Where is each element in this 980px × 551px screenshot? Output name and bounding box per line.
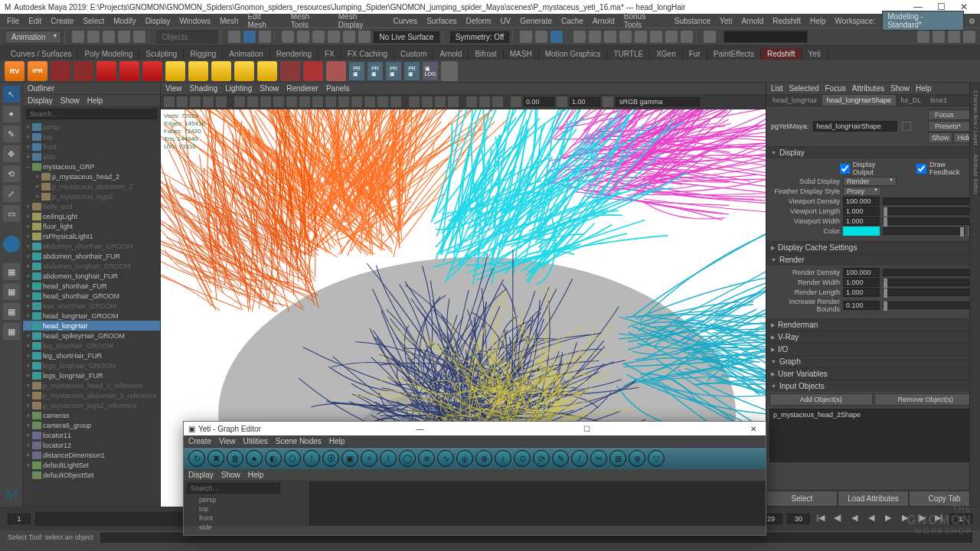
outliner-item[interactable]: +p_mystaceus_head_2 (23, 171, 160, 181)
start-frame[interactable]: 1 (8, 514, 31, 524)
ae-section-io[interactable]: I/O (766, 344, 980, 355)
playblast-icon[interactable] (665, 31, 678, 43)
og-icon[interactable] (535, 31, 547, 43)
vp-icon[interactable] (177, 96, 188, 107)
render-width-field[interactable] (843, 278, 880, 287)
vp-menu-view[interactable]: View (165, 84, 182, 93)
shelf-tab-arnold[interactable]: Arnold (433, 48, 469, 60)
shelf-tab-curves-surfaces[interactable]: Curves / Surfaces (5, 48, 78, 60)
render-length-field[interactable] (843, 288, 880, 297)
ae-section-display[interactable]: Display (766, 147, 980, 158)
outliner-item[interactable]: +legs_longHair_GROOM (23, 360, 160, 370)
menu-cache[interactable]: Cache (557, 17, 587, 25)
ge-item[interactable]: persp (184, 495, 309, 504)
ge-tool-5[interactable]: ⬡ (284, 450, 301, 467)
menu-display[interactable]: Display (142, 17, 175, 25)
ge-tool-16[interactable]: ↕ (495, 450, 511, 467)
workspace-selector[interactable]: Workspace: Modeling - Standard* ⚙ (831, 11, 977, 31)
render-globals-icon[interactable] (619, 31, 632, 43)
ae-tab[interactable]: time1 (926, 95, 952, 106)
menu-substance[interactable]: Substance (671, 17, 714, 25)
vp-menu-panels[interactable]: Panels (326, 84, 350, 93)
ge-minimize[interactable]: — (412, 425, 429, 433)
play-rev[interactable]: ◀ (865, 513, 877, 525)
snap-grid-icon[interactable] (282, 31, 294, 43)
outliner-search[interactable] (26, 109, 157, 119)
pr-box4[interactable]: PR▣ (404, 62, 420, 80)
rs-yellow1-icon[interactable] (165, 61, 185, 81)
ge-tool-15[interactable]: ⊕ (475, 450, 492, 467)
render-settings-icon[interactable] (604, 31, 616, 43)
shelf-tab-xgen[interactable]: XGen (650, 48, 683, 60)
snap-plane-icon[interactable] (328, 31, 340, 43)
ge-tool-21[interactable]: ✂ (590, 450, 607, 467)
ae-menu-show[interactable]: Show (890, 84, 910, 93)
outliner-item[interactable]: +abdomen_longhair_FUR (23, 271, 160, 281)
vp-icon[interactable] (466, 96, 477, 107)
menu-uv[interactable]: UV (496, 17, 514, 25)
outliner-item[interactable]: +p_mystaceus_head_2_reference (23, 380, 160, 390)
outliner-item[interactable]: +cameras (23, 410, 160, 420)
vp-menu-renderer[interactable]: Renderer (286, 84, 318, 93)
outliner-item[interactable]: +p_mystaceus_legs2 (23, 191, 160, 201)
paint-tool[interactable]: ✎ (3, 126, 20, 142)
rs-ies-icon[interactable] (326, 61, 346, 81)
blue-sphere-icon[interactable] (3, 236, 20, 253)
undo-icon[interactable] (118, 31, 130, 43)
ge-tool-2[interactable]: 🗑 (227, 450, 243, 467)
outliner-item[interactable]: +abdomen_shorthair_FUR (23, 251, 160, 261)
vp-icon[interactable] (299, 96, 310, 107)
outliner-item[interactable]: +eye_shortHair_GROOM (23, 301, 160, 311)
graph-editor-titlebar[interactable]: ▣ Yeti - Graph Editor — ☐ ✕ (184, 422, 766, 435)
toggle-attr-icon[interactable] (933, 31, 945, 43)
outliner-item[interactable]: +front (23, 142, 160, 152)
layout-perspective-icon[interactable]: ▦ (3, 323, 20, 340)
menu-edit[interactable]: Edit (24, 17, 45, 25)
ge-item[interactable]: side (184, 523, 309, 532)
shelf-tab-rigging[interactable]: Rigging (184, 48, 223, 60)
outliner-item[interactable]: +p_mystaceus_abdomen_2_reference (23, 390, 160, 400)
shelf-tab-fx-caching[interactable]: FX Caching (341, 48, 394, 60)
toggle-modeling-icon[interactable] (917, 31, 929, 43)
render-density-field[interactable] (843, 268, 880, 277)
shelf-tab-sculpting[interactable]: Sculpting (139, 48, 184, 60)
vp-length-field[interactable] (843, 207, 880, 216)
ae-select-button[interactable]: Select (766, 491, 838, 507)
menu-mesh-tools[interactable]: Mesh Tools (287, 12, 333, 29)
add-objects-button[interactable]: Add Object(s) (769, 393, 873, 406)
ge-tool-12[interactable]: ≋ (418, 450, 435, 467)
render-density-slider[interactable] (883, 269, 975, 276)
ge-tool-8[interactable]: ▣ (341, 450, 358, 467)
outliner-item[interactable]: −mystaceus_GRP (23, 161, 160, 171)
ge-graph-area[interactable] (310, 481, 766, 526)
ae-section-vray[interactable]: V-Ray (766, 331, 980, 343)
menu-redshift[interactable]: Redshift (769, 17, 805, 25)
vp-icon[interactable] (338, 96, 349, 107)
sel-by-hierarchy-icon[interactable] (228, 31, 240, 43)
menu-deform[interactable]: Deform (462, 17, 495, 25)
step-back-key[interactable]: ◀| (831, 513, 844, 525)
outliner-item[interactable]: +top (23, 132, 160, 142)
hourglass-icon[interactable] (51, 61, 70, 81)
sel-by-component-icon[interactable] (259, 31, 271, 43)
menu-arnold[interactable]: Arnold (737, 17, 767, 25)
vp-icon[interactable] (286, 96, 297, 107)
outliner-item[interactable]: +head_longHair_GROOM (23, 311, 160, 321)
rs-cube-icon[interactable] (96, 61, 116, 81)
shelf-tab-fur[interactable]: Fur (683, 48, 707, 60)
ae-section-input[interactable]: Input Objects (766, 380, 980, 392)
ae-section-graph[interactable]: Graph (766, 356, 980, 367)
vp-menu-show[interactable]: Show (260, 84, 279, 93)
subd-display-select[interactable]: Render (843, 177, 897, 186)
outliner-item[interactable]: +head_longHair (23, 321, 160, 331)
vp-icon[interactable] (422, 96, 433, 107)
layout-four-icon[interactable]: ▦ (3, 283, 20, 300)
scale-tool[interactable]: ⤢ (3, 185, 20, 202)
new-scene-icon[interactable] (72, 31, 84, 43)
toggle-channel-icon[interactable] (963, 31, 975, 43)
vp-icon[interactable] (273, 96, 284, 107)
outliner-item[interactable]: +ceilingLight (23, 211, 160, 221)
ae-menu-help[interactable]: Help (916, 84, 932, 93)
outliner-item[interactable]: +floor_light (23, 221, 160, 231)
render-bounds-field[interactable] (843, 301, 880, 310)
